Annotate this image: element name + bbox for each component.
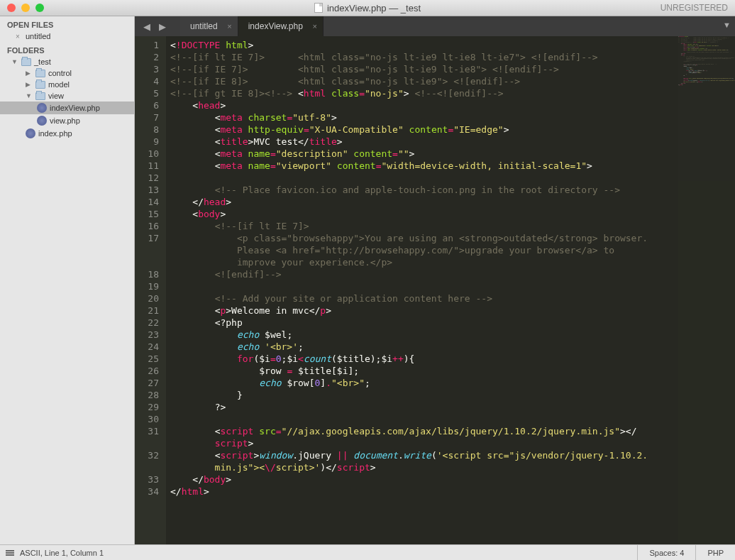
folder-label: view [48, 92, 64, 100]
open-file-untitled[interactable]: × untitled [0, 31, 134, 42]
open-file-label: untitled [26, 32, 50, 40]
folders-header: FOLDERS [0, 42, 134, 56]
statusbar: ASCII, Line 1, Column 1 Spaces: 4 PHP [0, 544, 735, 560]
close-icon[interactable]: × [16, 33, 23, 40]
chevron-down-icon[interactable]: ▼ [11, 58, 18, 65]
zoom-window-icon[interactable] [35, 4, 44, 12]
file-indexview-php[interactable]: indexView.php [0, 101, 134, 114]
titlebar: indexView.php — _test UNREGISTERED [0, 0, 735, 16]
folder-icon [35, 81, 45, 89]
file-label: indexView.php [50, 104, 100, 112]
tab-label: untitled [190, 21, 218, 31]
status-cursor[interactable]: ASCII, Line 1, Column 1 [20, 549, 104, 557]
tab-label: indexView.php [248, 21, 303, 31]
file-icon [314, 3, 323, 13]
chevron-right-icon[interactable]: ▶ [26, 81, 33, 88]
folder-icon [35, 92, 45, 100]
chevron-right-icon[interactable]: ▶ [26, 70, 33, 77]
code-area[interactable]: <!DOCTYPE html> <!--[if lt IE 7]> <html … [166, 36, 678, 544]
folder-control[interactable]: ▶ control [0, 67, 134, 79]
folder-icon [35, 70, 45, 77]
file-view-php[interactable]: view.php [0, 114, 134, 127]
close-icon[interactable]: × [227, 22, 231, 31]
tab-untitled[interactable]: untitled × [180, 16, 238, 36]
status-spaces[interactable]: Spaces: 4 [637, 545, 695, 561]
folder-label: control [48, 69, 72, 77]
folder-model[interactable]: ▶ model [0, 79, 134, 90]
file-label: view.php [50, 116, 80, 125]
window-controls [0, 4, 44, 12]
editor: ◀ ▶ untitled × indexView.php × ▼ 1234567… [135, 16, 735, 544]
title-filename: indexView.php [327, 3, 387, 13]
folder-view[interactable]: ▼ view [0, 90, 134, 101]
php-icon [37, 116, 47, 126]
file-index-php[interactable]: index.php [0, 127, 134, 140]
chevron-down-icon[interactable]: ▼ [26, 92, 33, 99]
folder-root[interactable]: ▼ _test [0, 56, 134, 67]
folder-label: model [48, 80, 70, 89]
title-project: _test [401, 3, 421, 13]
folder-icon [21, 58, 31, 66]
unregistered-label: UNREGISTERED [661, 3, 735, 13]
php-icon [37, 103, 47, 113]
nav-back-icon[interactable]: ◀ [143, 21, 150, 32]
status-language[interactable]: PHP [695, 545, 735, 561]
folder-label: _test [34, 57, 51, 66]
tab-indexview-php[interactable]: indexView.php × [238, 16, 324, 36]
close-icon[interactable]: × [312, 22, 316, 31]
tabbar: untitled × indexView.php × [180, 16, 324, 36]
open-files-header: OPEN FILES [0, 16, 134, 31]
nav-forward-icon[interactable]: ▶ [159, 21, 166, 32]
menu-icon[interactable] [6, 549, 14, 556]
sidebar: OPEN FILES × untitled FOLDERS ▼ _test ▶ … [0, 16, 135, 544]
php-icon [26, 128, 35, 138]
minimize-window-icon[interactable] [21, 4, 30, 12]
tab-overflow-icon[interactable]: ▼ [723, 21, 731, 29]
line-number-gutter: 1234567891011121314151617181920212223242… [135, 36, 166, 544]
minimap[interactable]: <!DOCTYPE html> <!--[if lt IE 7]> <html … [678, 36, 735, 544]
close-window-icon[interactable] [7, 4, 16, 12]
file-label: index.php [38, 129, 72, 138]
window-title: indexView.php — _test [314, 3, 421, 13]
